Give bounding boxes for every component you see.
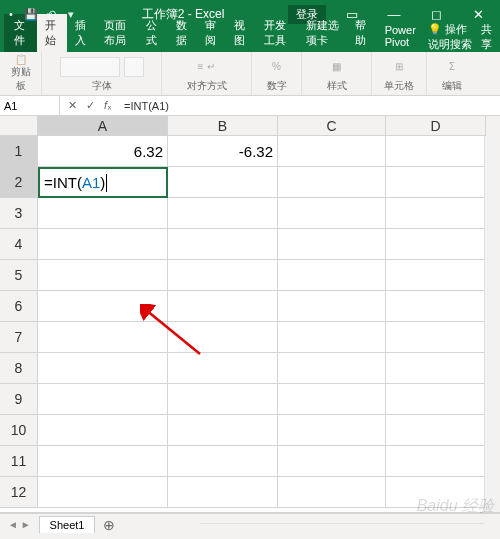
row-header[interactable]: 9 xyxy=(0,384,38,415)
tab-formulas[interactable]: 公式 xyxy=(138,14,167,52)
row-header[interactable]: 6 xyxy=(0,291,38,322)
cell[interactable] xyxy=(386,136,486,167)
sheet-tab[interactable]: Sheet1 xyxy=(39,516,96,533)
row-header[interactable]: 8 xyxy=(0,353,38,384)
cell[interactable] xyxy=(278,136,386,167)
cancel-icon[interactable]: ✕ xyxy=(64,99,80,112)
cell[interactable] xyxy=(168,353,278,384)
tab-pagelayout[interactable]: 页面布局 xyxy=(96,14,139,52)
cell[interactable] xyxy=(168,322,278,353)
cell[interactable] xyxy=(386,415,486,446)
col-header-d[interactable]: D xyxy=(386,116,486,136)
cell[interactable] xyxy=(278,415,386,446)
cell[interactable] xyxy=(278,229,386,260)
row-header[interactable]: 7 xyxy=(0,322,38,353)
row-header[interactable]: 10 xyxy=(0,415,38,446)
cell[interactable] xyxy=(278,198,386,229)
tab-powerpivot[interactable]: Power Pivot xyxy=(377,20,428,52)
cell[interactable] xyxy=(38,198,168,229)
cell[interactable] xyxy=(278,167,386,198)
col-header-b[interactable]: B xyxy=(168,116,278,136)
cell[interactable] xyxy=(38,446,168,477)
cell[interactable] xyxy=(386,198,486,229)
cell[interactable]: -6.32 xyxy=(168,136,278,167)
cell[interactable] xyxy=(278,322,386,353)
cell[interactable] xyxy=(278,353,386,384)
cell[interactable] xyxy=(386,384,486,415)
autosave-icon[interactable]: • xyxy=(4,7,18,21)
cell[interactable] xyxy=(386,353,486,384)
cell[interactable] xyxy=(386,291,486,322)
share-button[interactable]: 共享 xyxy=(481,22,494,52)
cell[interactable] xyxy=(38,415,168,446)
row-header[interactable]: 2 xyxy=(0,167,38,198)
col-header-c[interactable]: C xyxy=(278,116,386,136)
select-all-corner[interactable] xyxy=(0,116,38,136)
cell[interactable] xyxy=(38,322,168,353)
save-icon[interactable]: 💾 xyxy=(24,7,38,21)
cell[interactable] xyxy=(168,167,278,198)
cell[interactable] xyxy=(278,291,386,322)
add-sheet-icon[interactable]: ⊕ xyxy=(103,517,115,533)
group-number: 数字 xyxy=(267,79,287,93)
cell[interactable] xyxy=(38,353,168,384)
cell[interactable] xyxy=(278,477,386,508)
cell[interactable] xyxy=(386,167,486,198)
tab-view[interactable]: 视图 xyxy=(226,14,255,52)
tab-developer[interactable]: 开发工具 xyxy=(256,14,299,52)
cell[interactable] xyxy=(278,446,386,477)
cell[interactable]: 6.32 xyxy=(38,136,168,167)
editing-icon[interactable]: Σ xyxy=(449,61,455,72)
font-size[interactable] xyxy=(124,57,144,77)
cell[interactable] xyxy=(38,477,168,508)
wrap-icon[interactable]: ↵ xyxy=(207,61,215,72)
cell[interactable] xyxy=(168,198,278,229)
cell[interactable] xyxy=(168,229,278,260)
cell[interactable] xyxy=(38,384,168,415)
font-selector[interactable] xyxy=(60,57,120,77)
undo-icon[interactable]: ↶ xyxy=(44,7,58,21)
styles-icon[interactable]: ▦ xyxy=(332,61,341,72)
cell[interactable] xyxy=(168,415,278,446)
horizontal-scrollbar[interactable] xyxy=(200,523,484,539)
tab-review[interactable]: 审阅 xyxy=(197,14,226,52)
vertical-scrollbar[interactable] xyxy=(484,136,500,512)
tab-help[interactable]: 帮助 xyxy=(347,14,376,52)
tell-me-search[interactable]: 💡 操作说明搜索 xyxy=(428,22,477,52)
enter-icon[interactable]: ✓ xyxy=(82,99,98,112)
cell[interactable] xyxy=(38,291,168,322)
row-header[interactable]: 11 xyxy=(0,446,38,477)
cell[interactable] xyxy=(168,477,278,508)
number-format-icon[interactable]: % xyxy=(272,61,281,72)
col-header-a[interactable]: A xyxy=(38,116,168,136)
cell[interactable] xyxy=(386,446,486,477)
paste-icon[interactable]: 📋 xyxy=(15,54,27,65)
cell[interactable] xyxy=(168,446,278,477)
fx-icon[interactable]: fₓ xyxy=(100,99,116,112)
cell[interactable] xyxy=(38,229,168,260)
row-header[interactable]: 12 xyxy=(0,477,38,508)
tab-custom[interactable]: 新建选项卡 xyxy=(298,14,347,52)
cell[interactable]: =INT(A1) xyxy=(38,167,168,198)
cell[interactable] xyxy=(38,260,168,291)
row-header[interactable]: 3 xyxy=(0,198,38,229)
cell[interactable] xyxy=(386,322,486,353)
cell[interactable] xyxy=(278,384,386,415)
align-icon[interactable]: ≡ xyxy=(198,61,204,72)
cell[interactable] xyxy=(168,384,278,415)
name-box[interactable]: A1 xyxy=(0,96,60,115)
row-header[interactable]: 4 xyxy=(0,229,38,260)
row-header[interactable]: 5 xyxy=(0,260,38,291)
cell[interactable] xyxy=(278,260,386,291)
group-font: 字体 xyxy=(92,79,112,93)
cell[interactable] xyxy=(168,260,278,291)
cell[interactable] xyxy=(386,229,486,260)
cell[interactable] xyxy=(386,260,486,291)
sheet-nav-icon[interactable]: ◄ ► xyxy=(8,519,31,530)
redo-icon[interactable]: ▾ xyxy=(64,7,78,21)
tab-data[interactable]: 数据 xyxy=(168,14,197,52)
cell[interactable] xyxy=(168,291,278,322)
row-header[interactable]: 1 xyxy=(0,136,38,167)
formula-bar[interactable]: =INT(A1) xyxy=(120,100,500,112)
cells-icon[interactable]: ⊞ xyxy=(395,61,403,72)
